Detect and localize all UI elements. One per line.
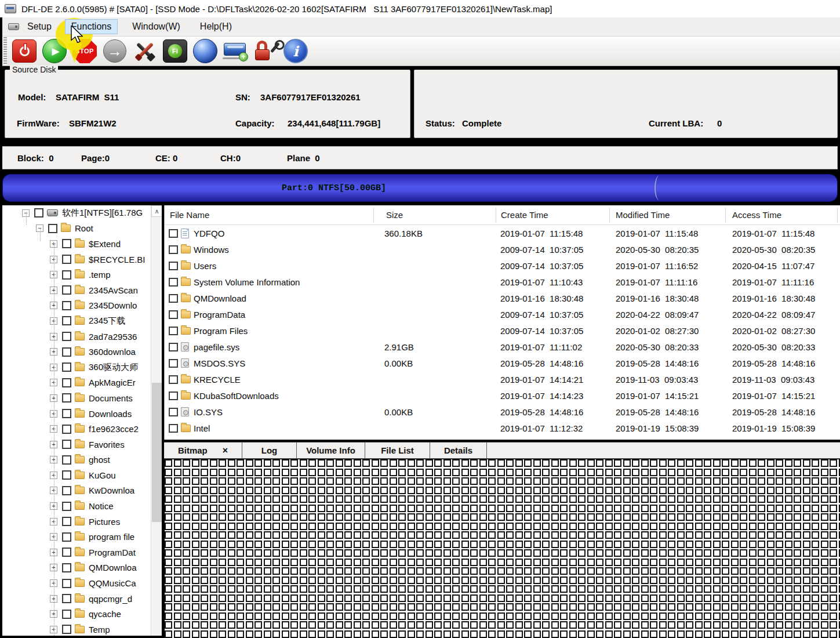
bitmap-cell[interactable] <box>533 505 541 512</box>
bitmap-cell[interactable] <box>488 559 496 566</box>
bitmap-cell[interactable] <box>740 513 747 521</box>
bitmap-cell[interactable] <box>596 459 603 467</box>
tree-checkbox[interactable] <box>62 563 71 572</box>
bitmap-cell[interactable] <box>695 495 703 503</box>
bitmap-cell[interactable] <box>758 469 765 476</box>
bitmap-cell[interactable] <box>201 541 208 548</box>
bitmap-cell[interactable] <box>551 531 559 539</box>
bitmap-cell[interactable] <box>776 621 783 629</box>
bitmap-cell[interactable] <box>174 523 181 530</box>
bitmap-cell[interactable] <box>290 469 298 476</box>
bitmap-cell[interactable] <box>398 630 406 638</box>
bitmap-cell[interactable] <box>551 621 559 629</box>
bitmap-cell[interactable] <box>201 603 208 611</box>
bitmap-cell[interactable] <box>695 549 703 557</box>
bitmap-cell[interactable] <box>380 541 388 548</box>
bitmap-cell[interactable] <box>533 603 541 611</box>
bitmap-cell[interactable] <box>749 487 757 494</box>
bitmap-cell[interactable] <box>578 612 586 620</box>
bitmap-cell[interactable] <box>174 630 181 638</box>
bitmap-cell[interactable] <box>354 477 361 485</box>
bitmap-cell[interactable] <box>767 541 774 548</box>
bitmap-cell[interactable] <box>254 630 262 638</box>
bitmap-cell[interactable] <box>641 487 649 494</box>
bitmap-cell[interactable] <box>533 513 541 521</box>
bitmap-cell[interactable] <box>354 531 361 539</box>
bitmap-cell[interactable] <box>390 469 397 476</box>
tab-details[interactable]: Details <box>430 443 487 458</box>
bitmap-cell[interactable] <box>830 505 837 512</box>
bitmap-cell[interactable] <box>794 531 801 539</box>
bitmap-cell[interactable] <box>318 523 325 530</box>
bitmap-cell[interactable] <box>614 603 621 611</box>
bitmap-cell[interactable] <box>578 469 586 476</box>
bitmap-cell[interactable] <box>336 469 343 476</box>
bitmap-cell[interactable] <box>408 603 415 611</box>
tree-checkbox[interactable] <box>62 486 71 495</box>
bitmap-cell[interactable] <box>237 603 244 611</box>
bitmap-cell[interactable] <box>362 531 370 539</box>
bitmap-cell[interactable] <box>344 621 352 629</box>
bitmap-cell[interactable] <box>380 630 388 638</box>
bitmap-cell[interactable] <box>443 541 451 548</box>
bitmap-cell[interactable] <box>551 603 559 611</box>
bitmap-cell[interactable] <box>452 531 460 539</box>
bitmap-cell[interactable] <box>362 523 370 530</box>
bitmap-cell[interactable] <box>785 621 792 629</box>
bitmap-cell[interactable] <box>434 531 442 539</box>
bitmap-cell[interactable] <box>650 477 657 485</box>
bitmap-cell[interactable] <box>210 487 217 494</box>
bitmap-cell[interactable] <box>461 531 469 539</box>
bitmap-cell[interactable] <box>201 531 208 539</box>
bitmap-cell[interactable] <box>210 541 217 548</box>
bitmap-cell[interactable] <box>426 469 433 476</box>
bitmap-cell[interactable] <box>515 630 523 638</box>
bitmap-cell[interactable] <box>632 594 639 602</box>
bitmap-cell[interactable] <box>551 585 559 593</box>
bitmap-cell[interactable] <box>354 585 361 593</box>
bitmap-cell[interactable] <box>390 541 397 548</box>
bitmap-cell[interactable] <box>668 594 675 602</box>
bitmap-cell[interactable] <box>758 621 765 629</box>
bitmap-cell[interactable] <box>272 612 280 620</box>
bitmap-cell[interactable] <box>426 549 433 557</box>
bitmap-cell[interactable] <box>650 567 657 575</box>
bitmap-cell[interactable] <box>731 459 739 467</box>
bitmap-cell[interactable] <box>830 531 837 539</box>
bitmap-cell[interactable] <box>551 559 559 566</box>
bitmap-cell[interactable] <box>641 541 649 548</box>
bitmap-cell[interactable] <box>650 505 657 512</box>
bitmap-cell[interactable] <box>264 469 271 476</box>
col-file-name[interactable]: File Name <box>170 210 209 220</box>
bitmap-cell[interactable] <box>740 459 747 467</box>
bitmap-cell[interactable] <box>713 459 721 467</box>
bitmap-cell[interactable] <box>497 549 505 557</box>
bitmap-cell[interactable] <box>668 621 675 629</box>
bitmap-cell[interactable] <box>749 523 757 530</box>
file-checkbox[interactable] <box>169 278 178 287</box>
bitmap-cell[interactable] <box>659 487 667 494</box>
bitmap-cell[interactable] <box>713 577 721 584</box>
bitmap-cell[interactable] <box>336 531 343 539</box>
bitmap-cell[interactable] <box>344 523 352 530</box>
bitmap-cell[interactable] <box>695 513 703 521</box>
bitmap-cell[interactable] <box>794 621 801 629</box>
bitmap-cell[interactable] <box>524 505 532 512</box>
bitmap-cell[interactable] <box>686 459 693 467</box>
bitmap-cell[interactable] <box>749 459 757 467</box>
bitmap-cell[interactable] <box>785 567 792 575</box>
col-size[interactable]: Size <box>386 210 403 220</box>
bitmap-cell[interactable] <box>758 495 765 503</box>
bitmap-cell[interactable] <box>740 612 747 620</box>
bitmap-cell[interactable] <box>210 567 217 575</box>
bitmap-cell[interactable] <box>290 594 298 602</box>
bitmap-cell[interactable] <box>569 531 577 539</box>
bitmap-cell[interactable] <box>192 523 199 530</box>
bitmap-cell[interactable] <box>551 477 559 485</box>
bitmap-cell[interactable] <box>246 531 253 539</box>
bitmap-cell[interactable] <box>767 621 774 629</box>
bitmap-cell[interactable] <box>290 612 298 620</box>
bitmap-cell[interactable] <box>408 469 415 476</box>
bitmap-cell[interactable] <box>326 603 334 611</box>
bitmap-cell[interactable] <box>398 505 406 512</box>
